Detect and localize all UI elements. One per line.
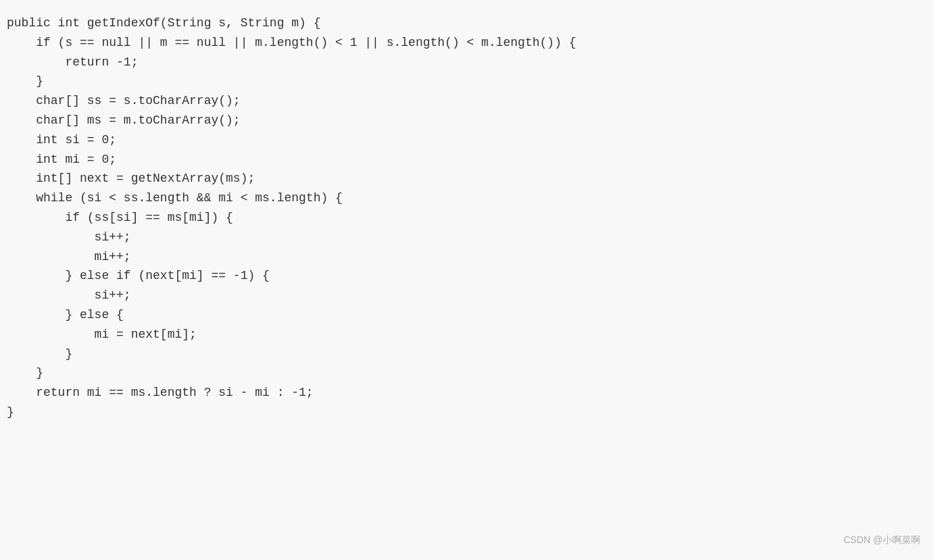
code-line: }: [7, 403, 920, 422]
watermark: CSDN @小啊菜啊: [843, 534, 920, 546]
code-line: public int getIndexOf(String s, String m…: [7, 14, 920, 33]
code-line: while (si < ss.length && mi < ms.length)…: [7, 188, 920, 208]
code-line: mi = next[mi];: [7, 325, 920, 345]
code-line: }: [7, 72, 920, 91]
code-line: si++;: [7, 228, 920, 247]
code-line: si++;: [7, 286, 920, 305]
code-line: if (s == null || m == null || m.length()…: [7, 33, 920, 53]
code-line: } else {: [7, 305, 920, 325]
code-line: int mi = 0;: [7, 150, 920, 170]
code-line: mi++;: [7, 247, 920, 267]
code-line: char[] ms = m.toCharArray();: [7, 111, 920, 130]
code-line: }: [7, 363, 920, 383]
code-block: public int getIndexOf(String s, String m…: [7, 14, 920, 422]
code-line: } else if (next[mi] == -1) {: [7, 266, 920, 286]
code-line: if (ss[si] == ms[mi]) {: [7, 208, 920, 228]
code-line: }: [7, 345, 920, 364]
code-line: char[] ss = s.toCharArray();: [7, 91, 920, 111]
code-line: return mi == ms.length ? si - mi : -1;: [7, 383, 920, 403]
code-line: return -1;: [7, 53, 920, 72]
code-line: int[] next = getNextArray(ms);: [7, 169, 920, 188]
code-line: int si = 0;: [7, 130, 920, 150]
code-container: public int getIndexOf(String s, String m…: [0, 0, 934, 560]
